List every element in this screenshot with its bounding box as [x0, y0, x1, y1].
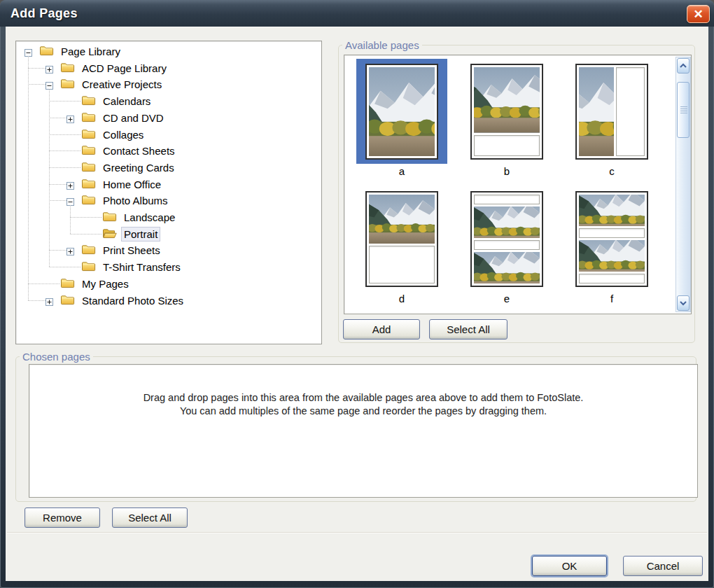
tree-expander[interactable]: [66, 196, 74, 204]
chosen-pages-group: Chosen pages Drag and drop pages into th…: [15, 356, 696, 502]
select-all-chosen-button[interactable]: Select All: [112, 507, 188, 528]
tree-item-calendars[interactable]: Calendars: [16, 94, 321, 108]
photo-area: [369, 195, 435, 244]
tree-connector: [49, 118, 66, 118]
tree-item-label[interactable]: Home Office: [101, 178, 163, 191]
scroll-up-button[interactable]: [677, 58, 690, 74]
page-thumbnail-d[interactable]: d: [356, 186, 447, 305]
chevron-up-icon: [678, 62, 688, 69]
page-preview[interactable]: [470, 64, 543, 160]
tree-item-label[interactable]: Calendars: [101, 94, 153, 108]
cancel-button[interactable]: Cancel: [623, 556, 703, 576]
page-preview[interactable]: [365, 64, 438, 160]
tree-item-acd-page-library[interactable]: ACD Page Library: [16, 61, 321, 76]
tree-item-creative-projects[interactable]: Creative Projects: [16, 77, 321, 92]
page-thumbnail-f[interactable]: f: [566, 186, 657, 305]
tree-expander[interactable]: [24, 47, 32, 55]
select-all-available-label: Select All: [447, 323, 490, 335]
select-all-chosen-label: Select All: [128, 512, 172, 524]
tree-item-label[interactable]: Contact Sheets: [101, 144, 177, 158]
remove-button[interactable]: Remove: [24, 507, 100, 528]
caption-strip: [474, 195, 540, 204]
chevron-down-icon: [678, 300, 688, 307]
tree-item-label[interactable]: Landscape: [122, 211, 177, 224]
folder-icon: [81, 244, 96, 255]
expand-icon: [46, 66, 53, 74]
titlebar[interactable]: Add Pages ✕: [0, 0, 714, 27]
page-preview[interactable]: [575, 191, 648, 287]
tree-item-label[interactable]: Print Sheets: [101, 244, 162, 257]
tree-connector: [28, 56, 29, 300]
tree-expander[interactable]: [66, 113, 74, 121]
tree-item-label[interactable]: Standard Photo Sizes: [80, 294, 186, 307]
tree-connector: [28, 68, 46, 69]
folder-icon: [39, 45, 54, 56]
tree-item-my-pages[interactable]: My Pages: [16, 276, 321, 291]
tree-item-label[interactable]: Photo Albums: [101, 194, 170, 207]
tree-expander[interactable]: [46, 80, 53, 88]
tree-connector: [70, 205, 71, 233]
select-all-available-button[interactable]: Select All: [429, 319, 507, 340]
photo-area: [579, 240, 645, 272]
tree-item-portrait[interactable]: Portrait: [16, 227, 321, 241]
tree-item-label[interactable]: CD and DVD: [101, 111, 166, 125]
tree-item-page-library[interactable]: Page Library: [16, 44, 321, 59]
tree-item-cd-and-dvd[interactable]: CD and DVD: [16, 111, 321, 125]
tree-item-label[interactable]: My Pages: [80, 277, 131, 290]
tree-item-label[interactable]: Greeting Cards: [101, 161, 176, 174]
tree-item-label[interactable]: T-Shirt Transfers: [101, 260, 183, 274]
tree-expander[interactable]: [46, 64, 53, 71]
tree-item-photo-albums[interactable]: Photo Albums: [16, 193, 321, 208]
folder-icon: [81, 161, 96, 172]
tree-item-t-shirt-transfers[interactable]: T-Shirt Transfers: [16, 260, 321, 274]
scroll-thumb[interactable]: [677, 82, 690, 138]
open-folder-icon: [102, 227, 117, 239]
folder-icon: [81, 111, 96, 122]
tree-connector: [49, 250, 66, 251]
scrollbar[interactable]: [676, 57, 691, 312]
landscape-photo: [474, 67, 540, 133]
ok-button-label: OK: [562, 560, 578, 572]
tree-item-label[interactable]: Page Library: [59, 45, 122, 58]
page-preview[interactable]: [365, 191, 438, 287]
add-button[interactable]: Add: [343, 319, 420, 340]
folder-icon: [60, 78, 75, 89]
page-label: b: [461, 165, 552, 177]
tree-expander[interactable]: [46, 296, 53, 304]
tree-item-greeting-cards[interactable]: Greeting Cards: [16, 160, 321, 175]
folder-icon: [81, 194, 96, 205]
page-thumbnail-e[interactable]: e: [461, 186, 552, 305]
scroll-down-button[interactable]: [677, 295, 690, 311]
tree-item-print-sheets[interactable]: Print Sheets: [16, 243, 321, 258]
tree-item-standard-photo-sizes[interactable]: Standard Photo Sizes: [16, 293, 321, 308]
available-pages-group-label: Available pages: [342, 39, 422, 51]
tree-item-label[interactable]: Collages: [101, 128, 146, 141]
tree-expander[interactable]: [66, 180, 74, 188]
page-thumbnail-c[interactable]: c: [566, 59, 657, 178]
chosen-pages-drop-area[interactable]: Drag and drop pages into this area from …: [29, 364, 698, 498]
ok-button[interactable]: OK: [532, 556, 607, 576]
photo-area: [474, 206, 540, 238]
tree-item-collages[interactable]: Collages: [16, 127, 321, 142]
available-pages-list[interactable]: abcdef: [344, 55, 692, 314]
page-library-tree[interactable]: Page LibraryACD Page LibraryCreative Pro…: [15, 41, 322, 344]
close-icon: ✕: [693, 7, 703, 22]
page-preview[interactable]: [575, 64, 648, 160]
tree-connector: [49, 184, 66, 185]
tree-item-label[interactable]: Portrait: [122, 227, 160, 241]
close-button[interactable]: ✕: [687, 5, 710, 23]
tree-item-label[interactable]: Creative Projects: [80, 78, 164, 91]
page-preview[interactable]: [470, 191, 543, 287]
folder-icon: [60, 294, 75, 305]
tree-connector: [49, 267, 80, 267]
page-thumbnail-b[interactable]: b: [461, 59, 552, 178]
tree-item-home-office[interactable]: Home Office: [16, 177, 321, 192]
tree-item-contact-sheets[interactable]: Contact Sheets: [16, 144, 321, 158]
tree-item-landscape[interactable]: Landscape: [16, 210, 321, 225]
tree-expander[interactable]: [66, 246, 74, 253]
page-thumbnail-a[interactable]: a: [356, 59, 447, 178]
cancel-button-label: Cancel: [647, 560, 680, 572]
caption-strip: [474, 240, 540, 250]
tree-item-label[interactable]: ACD Page Library: [80, 62, 169, 75]
add-pages-dialog: Add Pages ✕ Page LibraryACD Page Library…: [0, 0, 714, 588]
